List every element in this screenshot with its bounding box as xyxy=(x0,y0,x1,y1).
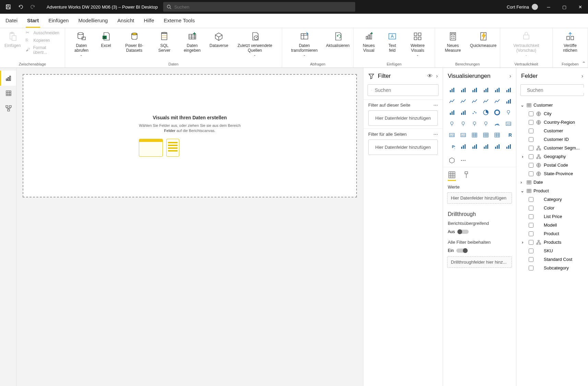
multi-card-visual-button[interactable]: 123 xyxy=(447,130,457,140)
transform-data-button[interactable]: Daten transformieren⌄ xyxy=(285,29,324,58)
field-product[interactable]: Product xyxy=(519,229,588,238)
py-visual-visual-button[interactable]: Py xyxy=(447,142,457,151)
new-visual-button[interactable]: Neues Visual xyxy=(356,29,381,55)
azure-map-visual-button[interactable] xyxy=(481,119,491,129)
fields-tab-button[interactable] xyxy=(448,171,456,181)
table-product[interactable]: ⌄Product xyxy=(519,186,588,195)
enter-data-button[interactable]: Daten eingeben xyxy=(177,29,207,55)
refresh-button[interactable]: Aktualisieren xyxy=(325,29,350,49)
field-customer-id[interactable]: Customer ID xyxy=(519,135,588,144)
line-column2-visual-button[interactable] xyxy=(492,96,502,106)
field-sku[interactable]: SKU xyxy=(519,246,588,255)
field-list-price[interactable]: List Price xyxy=(519,212,588,221)
field-geography[interactable]: ›Geography xyxy=(519,152,588,161)
area-visual-button[interactable] xyxy=(458,96,468,106)
fields-search[interactable] xyxy=(520,84,584,96)
clustered-bar-visual-button[interactable] xyxy=(458,85,468,95)
table-date[interactable]: ›Date xyxy=(519,178,588,186)
smart-narrative-visual-button[interactable] xyxy=(492,142,502,151)
get-data-button[interactable]: Daten abrufen⌄ xyxy=(68,29,95,58)
card-visual-button[interactable]: 123 xyxy=(504,119,513,129)
stacked-bar-visual-button[interactable] xyxy=(447,85,457,95)
paginated-visual-button[interactable] xyxy=(504,142,513,151)
field-category[interactable]: Category xyxy=(519,195,588,204)
publish-button[interactable]: Veröffe ntlichen xyxy=(555,29,585,55)
table-customer[interactable]: ⌄Customer xyxy=(519,101,588,109)
textbox-button[interactable]: AText feld xyxy=(383,29,402,55)
column-small-visual-button[interactable] xyxy=(447,108,457,117)
undo-icon[interactable] xyxy=(15,1,26,12)
waterfall-visual-button[interactable] xyxy=(458,108,468,117)
filter-search[interactable] xyxy=(368,84,439,96)
tab-modellierung[interactable]: Modellierung xyxy=(77,14,109,28)
shape-map-visual-button[interactable] xyxy=(470,119,479,129)
stacked-100-column-visual-button[interactable] xyxy=(504,85,513,95)
ribbon-visual-button[interactable] xyxy=(504,96,513,106)
pbi-datasets-button[interactable]: Power BI-Datasets xyxy=(117,29,152,55)
report-canvas[interactable]: Visuals mit Ihren Daten erstellen Wählen… xyxy=(16,68,363,386)
more-visuals-button[interactable]: Weitere Visuals⌄ xyxy=(403,29,432,58)
table-visual-button[interactable] xyxy=(481,130,491,140)
filter-all-pages-dropzone[interactable]: Hier Datenfelder hinzufügen xyxy=(368,140,438,155)
field-standard-cost[interactable]: Standard Cost xyxy=(519,255,588,264)
field-products[interactable]: ›Products xyxy=(519,238,588,246)
filter-this-page-dropzone[interactable]: Hier Datenfelder hinzufügen xyxy=(368,110,438,126)
more-options-icon[interactable]: ⋯ xyxy=(458,155,468,165)
redo-icon[interactable] xyxy=(27,1,38,12)
recent-sources-button[interactable]: Zuletzt verwendete Quellen⌄ xyxy=(231,29,279,58)
cross-report-toggle[interactable]: Aus xyxy=(443,228,516,238)
matrix-visual-button[interactable] xyxy=(492,130,502,140)
filled-map-visual-button[interactable] xyxy=(458,119,468,129)
stacked-column-visual-button[interactable] xyxy=(492,85,502,95)
r-visual-visual-button[interactable]: R xyxy=(504,130,513,140)
collapse-filter-button[interactable]: › xyxy=(436,73,438,79)
slicer-visual-button[interactable] xyxy=(470,130,479,140)
canvas-dropzone[interactable]: Visuals mit Ihren Daten erstellen Wählen… xyxy=(23,74,357,197)
qa-visual-button[interactable] xyxy=(481,142,491,151)
format-tab-button[interactable] xyxy=(462,171,470,181)
field-postal-code[interactable]: Postal Code xyxy=(519,161,588,169)
values-dropzone[interactable]: Hier Datenfelder hinzufügen xyxy=(447,192,512,204)
more-icon[interactable]: ⋯ xyxy=(433,102,438,108)
more-icon[interactable]: ⋯ xyxy=(433,132,438,137)
tab-externe-tools[interactable]: Externe Tools xyxy=(163,14,196,28)
close-button[interactable]: ✕ xyxy=(572,0,588,14)
tab-einfuegen[interactable]: Einfügen xyxy=(47,14,70,28)
custom-visual-icon[interactable] xyxy=(447,155,457,165)
global-search-input[interactable] xyxy=(174,4,352,10)
clustered-column-visual-button[interactable] xyxy=(481,85,491,95)
key-influencers-visual-button[interactable] xyxy=(458,142,468,151)
map-visual-button[interactable] xyxy=(447,119,457,129)
save-icon[interactable] xyxy=(3,1,14,12)
kpi-visual-button[interactable]: 123 xyxy=(458,130,468,140)
pie-visual-button[interactable] xyxy=(481,108,491,117)
avatar[interactable] xyxy=(532,4,538,10)
global-search[interactable] xyxy=(163,2,355,12)
collapse-fields-button[interactable]: › xyxy=(581,73,583,79)
new-measure-button[interactable]: Neues Measure xyxy=(438,29,468,55)
field-country-region[interactable]: Country-Region xyxy=(519,118,588,126)
stacked-100-bar-visual-button[interactable] xyxy=(470,85,479,95)
gauge-visual-button[interactable] xyxy=(492,119,502,129)
donut-visual-button[interactable] xyxy=(492,108,502,117)
field-customer[interactable]: Customer xyxy=(519,126,588,135)
tab-datei[interactable]: Datei xyxy=(4,14,19,28)
filter-search-input[interactable] xyxy=(375,87,435,93)
collapse-viz-button[interactable]: › xyxy=(509,73,511,79)
field-state-province[interactable]: State-Province xyxy=(519,169,588,178)
line-visual-button[interactable] xyxy=(447,96,457,106)
tab-start[interactable]: Start xyxy=(26,14,40,28)
field-subcategory[interactable]: Subcategory xyxy=(519,264,588,272)
drillthrough-dropzone[interactable]: Drillthroughfelder hier hinz... xyxy=(447,256,512,268)
data-view-button[interactable] xyxy=(0,86,16,101)
stacked-area-visual-button[interactable] xyxy=(470,96,479,106)
field-modell[interactable]: Modell xyxy=(519,221,588,229)
collapse-ribbon-button[interactable]: ⌃ xyxy=(582,61,586,66)
fields-search-input[interactable] xyxy=(527,87,587,93)
tab-hilfe[interactable]: Hilfe xyxy=(143,14,156,28)
maximize-button[interactable]: ▢ xyxy=(556,0,572,14)
excel-button[interactable]: XExcel xyxy=(96,29,116,49)
model-view-button[interactable] xyxy=(0,101,16,116)
line-column-visual-button[interactable] xyxy=(481,96,491,106)
user-name[interactable]: Cort Ferina xyxy=(507,4,529,10)
